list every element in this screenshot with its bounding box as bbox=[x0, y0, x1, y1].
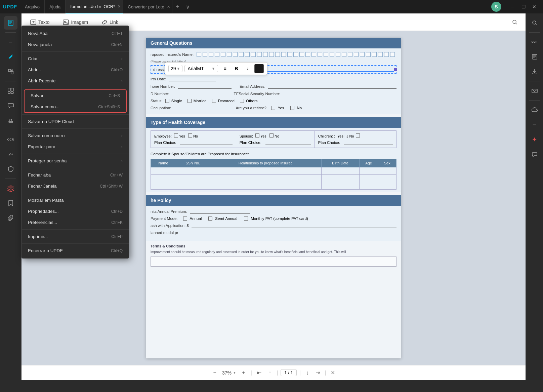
menu-propriedades[interactable]: Propriedades... Ctrl+D bbox=[22, 206, 129, 217]
nav-next-button[interactable]: ↓ bbox=[303, 369, 311, 377]
sidebar-attachment-icon[interactable] bbox=[4, 211, 17, 225]
maximize-button[interactable]: ☐ bbox=[519, 2, 528, 11]
retiree-no-checkbox[interactable] bbox=[290, 106, 294, 110]
sidebar-read-icon[interactable] bbox=[4, 16, 17, 30]
abrir-shortcut: Ctrl+O bbox=[111, 68, 123, 72]
sidebar-shapes-icon[interactable] bbox=[4, 65, 17, 78]
menu-proteger[interactable]: Proteger por senha › bbox=[22, 155, 129, 166]
sidebar-pages-icon[interactable] bbox=[4, 84, 17, 97]
italic-button[interactable]: I bbox=[243, 64, 252, 73]
tab-arquivo[interactable]: Arquivo bbox=[20, 0, 45, 13]
user-avatar[interactable]: S bbox=[491, 2, 501, 12]
menu-encerrar[interactable]: Encerrar o UPDF Ctrl+Q bbox=[22, 245, 129, 256]
cash-app-field[interactable] bbox=[192, 223, 396, 228]
right-ai-icon[interactable]: ✦ bbox=[528, 133, 541, 146]
menu-fechar-aba[interactable]: Fechar aba Ctrl+W bbox=[22, 169, 129, 181]
save-group: Salvar Ctrl+S Salvar como... Ctrl+Shift+… bbox=[24, 89, 127, 113]
sidebar-sign-icon[interactable] bbox=[4, 148, 17, 161]
close-button[interactable]: ✕ bbox=[530, 2, 539, 11]
menu-fechar-janela[interactable]: Fechar Janela Ctrl+Shift+W bbox=[22, 181, 129, 192]
employee-plan-field[interactable] bbox=[180, 140, 232, 145]
sidebar-protect-icon[interactable] bbox=[4, 162, 17, 176]
name-field-cell bbox=[366, 52, 371, 57]
occupation-field[interactable] bbox=[174, 106, 227, 110]
zoom-display[interactable]: 37% ▼ bbox=[222, 370, 236, 376]
menu-exportar[interactable]: Exportar para › bbox=[22, 141, 129, 152]
children-no-checkbox[interactable] bbox=[356, 133, 360, 138]
right-chat-icon[interactable] bbox=[528, 148, 541, 161]
tab-form[interactable]: formulari...ão-br_OCR* ✕ bbox=[66, 0, 123, 13]
sidebar-edit-text-icon[interactable] bbox=[4, 50, 17, 64]
tab-ajuda[interactable]: Ajuda bbox=[45, 0, 66, 13]
monthly-pat-checkbox[interactable] bbox=[244, 217, 248, 221]
semi-annual-checkbox[interactable] bbox=[208, 217, 212, 221]
minimize-button[interactable]: ─ bbox=[508, 2, 517, 11]
annual-checkbox[interactable] bbox=[183, 217, 187, 221]
menu-salvar-como[interactable]: Salvar como... Ctrl+Shift+S bbox=[25, 101, 126, 112]
zoom-in-button[interactable]: + bbox=[239, 368, 248, 378]
nav-last-button[interactable]: ⇥ bbox=[314, 369, 322, 377]
color-picker-button[interactable] bbox=[254, 64, 264, 73]
tab-dropdown-button[interactable]: ∨ bbox=[182, 4, 193, 10]
ssn-field[interactable] bbox=[283, 91, 396, 96]
sidebar-minus-icon[interactable]: − bbox=[4, 35, 17, 49]
search-button[interactable] bbox=[509, 17, 520, 28]
menu-abrir[interactable]: Abrir... Ctrl+O bbox=[22, 64, 129, 75]
menu-salvar-outro[interactable]: Salvar como outro › bbox=[22, 130, 129, 141]
email-field[interactable] bbox=[268, 84, 396, 89]
spouse-yes-checkbox[interactable] bbox=[255, 133, 259, 138]
retiree-yes-checkbox[interactable] bbox=[271, 106, 275, 110]
nav-first-button[interactable]: ⇤ bbox=[255, 369, 263, 377]
align-button[interactable]: ≡ bbox=[220, 64, 229, 73]
zoom-out-button[interactable]: − bbox=[210, 368, 219, 378]
status-others-checkbox[interactable] bbox=[240, 99, 244, 103]
menu-mostrar-pasta[interactable]: Mostrar em Pasta bbox=[22, 195, 129, 206]
right-minus-icon[interactable]: − bbox=[528, 118, 541, 131]
right-prepare-icon[interactable] bbox=[528, 50, 541, 64]
employee-no-checkbox[interactable] bbox=[188, 133, 192, 138]
tab-form-close-icon[interactable]: ✕ bbox=[118, 4, 121, 9]
add-tab-button[interactable]: + bbox=[172, 3, 183, 10]
right-search-icon[interactable] bbox=[528, 16, 541, 30]
bold-button[interactable]: B bbox=[232, 64, 241, 73]
tab-converter-close-icon[interactable]: ✕ bbox=[167, 5, 170, 9]
status-divorced-checkbox[interactable] bbox=[212, 99, 216, 103]
occupation-retiree-row: Occupation: Are you a retiree? Yes No bbox=[151, 106, 396, 110]
sidebar-ocr-icon[interactable]: OCR bbox=[4, 133, 17, 146]
sidebar-stamp-icon[interactable] bbox=[4, 114, 17, 127]
menu-nova-aba[interactable]: Nova Aba Ctrl+T bbox=[22, 28, 129, 39]
menu-imprimir[interactable]: Imprimir... Ctrl+P bbox=[22, 231, 129, 242]
annual-premium-field[interactable] bbox=[190, 209, 250, 214]
menu-nova-janela[interactable]: Nova janela Ctrl+N bbox=[22, 39, 129, 50]
menu-criar[interactable]: Criar › bbox=[22, 53, 129, 64]
children-plan-field[interactable] bbox=[344, 140, 393, 145]
terms-input-box[interactable] bbox=[151, 257, 396, 267]
spouse-no-checkbox[interactable] bbox=[269, 133, 274, 138]
sidebar-comment-icon[interactable] bbox=[4, 99, 17, 112]
menu-abrir-recente[interactable]: Abrir Recente › bbox=[22, 75, 129, 86]
font-name-select[interactable]: ArialMT ▼ bbox=[184, 65, 218, 72]
nav-prev-button[interactable]: ↑ bbox=[266, 369, 274, 377]
close-nav-button[interactable]: ✕ bbox=[329, 369, 337, 377]
phone-field[interactable] bbox=[178, 84, 232, 89]
right-mail-icon[interactable] bbox=[528, 84, 541, 97]
employee-yes-checkbox[interactable] bbox=[174, 133, 178, 138]
name-field-cell bbox=[227, 52, 232, 57]
menu-salvar[interactable]: Salvar Ctrl+S bbox=[25, 90, 126, 101]
menu-preferencias[interactable]: Preferências... Ctrl+K bbox=[22, 217, 129, 228]
spouse-plan-field[interactable] bbox=[265, 140, 311, 145]
sidebar-bookmark-icon[interactable] bbox=[4, 196, 17, 210]
birth-date-field[interactable] bbox=[169, 77, 216, 81]
resize-handle[interactable] bbox=[394, 68, 397, 71]
right-export-icon[interactable] bbox=[528, 65, 541, 78]
font-size-select[interactable]: 29 ▼ bbox=[168, 65, 182, 72]
id-field[interactable] bbox=[172, 91, 226, 96]
font-toolbar: 29 ▼ ArialMT ▼ ≡ B I bbox=[165, 62, 267, 75]
status-single-checkbox[interactable] bbox=[165, 99, 169, 103]
right-ocr-icon[interactable]: OCR bbox=[528, 35, 541, 49]
tab-converter[interactable]: Converter por Lote ✕ bbox=[123, 0, 172, 13]
menu-salvar-cloud[interactable]: Salvar na UPDF Cloud bbox=[22, 116, 129, 127]
right-cloud-icon[interactable] bbox=[528, 103, 541, 117]
sidebar-layers-icon[interactable] bbox=[4, 182, 17, 195]
status-married-checkbox[interactable] bbox=[187, 99, 192, 103]
